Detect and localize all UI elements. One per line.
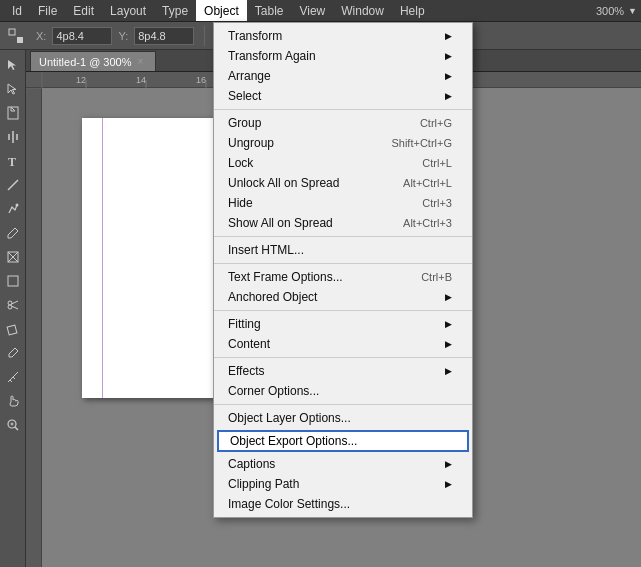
zoom-dropdown-arrow[interactable]: ▼: [628, 6, 637, 16]
menu-sep-1: [214, 109, 472, 110]
svg-rect-13: [8, 276, 18, 286]
menu-anchored-object[interactable]: Anchored Object: [214, 287, 472, 307]
menubar-id[interactable]: Id: [4, 0, 30, 21]
svg-text:T: T: [8, 155, 16, 168]
measure-tool[interactable]: [2, 366, 24, 388]
svg-point-14: [8, 301, 12, 305]
y-input[interactable]: [134, 27, 194, 45]
menu-insert-html[interactable]: Insert HTML...: [214, 240, 472, 260]
page-guide-line: [102, 118, 103, 398]
svg-text:12: 12: [76, 75, 86, 85]
menu-show-all[interactable]: Show All on Spread Alt+Ctrl+3: [214, 213, 472, 233]
page-tool[interactable]: [2, 102, 24, 124]
menu-ungroup[interactable]: Ungroup Shift+Ctrl+G: [214, 133, 472, 153]
menu-object-layer-options[interactable]: Object Layer Options...: [214, 408, 472, 428]
pencil-tool[interactable]: [2, 222, 24, 244]
svg-line-16: [11, 301, 18, 304]
menu-lock[interactable]: Lock Ctrl+L: [214, 153, 472, 173]
menu-transform[interactable]: Transform: [214, 26, 472, 46]
menu-sep-3: [214, 263, 472, 264]
menu-text-frame-options[interactable]: Text Frame Options... Ctrl+B: [214, 267, 472, 287]
menubar-layout[interactable]: Layout: [102, 0, 154, 21]
menubar: Id File Edit Layout Type Object Table Vi…: [0, 0, 641, 22]
menu-image-color-settings[interactable]: Image Color Settings...: [214, 494, 472, 514]
object-dropdown-menu: Transform Transform Again Arrange Select…: [213, 22, 473, 518]
svg-line-23: [15, 427, 18, 430]
x-input[interactable]: [52, 27, 112, 45]
svg-point-8: [15, 204, 18, 207]
pen-tool[interactable]: [2, 198, 24, 220]
menu-sep-6: [214, 404, 472, 405]
svg-line-9: [15, 228, 18, 231]
menu-effects[interactable]: Effects: [214, 361, 472, 381]
menu-sep-5: [214, 357, 472, 358]
toolbar-sep-1: [204, 26, 205, 46]
ruler-left: [26, 88, 42, 567]
svg-line-21: [13, 377, 15, 379]
svg-rect-1: [17, 37, 23, 43]
frame-rect-tool[interactable]: [2, 246, 24, 268]
line-tool[interactable]: [2, 174, 24, 196]
menu-select[interactable]: Select: [214, 86, 472, 106]
menu-captions[interactable]: Captions: [214, 454, 472, 474]
rect-tool[interactable]: [2, 270, 24, 292]
menubar-help[interactable]: Help: [392, 0, 433, 21]
document-tab[interactable]: Untitled-1 @ 300% ×: [30, 51, 156, 71]
menu-fitting[interactable]: Fitting: [214, 314, 472, 334]
menu-group[interactable]: Group Ctrl+G: [214, 113, 472, 133]
svg-line-17: [11, 306, 18, 309]
tab-label: Untitled-1 @ 300%: [39, 56, 132, 68]
free-transform-tool[interactable]: [2, 318, 24, 340]
menubar-view[interactable]: View: [291, 0, 333, 21]
transform-icon: [6, 26, 26, 46]
direct-select-tool[interactable]: [2, 78, 24, 100]
select-tool[interactable]: [2, 54, 24, 76]
x-label: X:: [36, 30, 46, 42]
hand-tool[interactable]: [2, 390, 24, 412]
svg-line-7: [8, 180, 18, 190]
menu-hide[interactable]: Hide Ctrl+3: [214, 193, 472, 213]
tools-panel: T: [0, 50, 26, 567]
svg-point-15: [8, 305, 12, 309]
scissors-tool[interactable]: [2, 294, 24, 316]
eyedropper-tool[interactable]: [2, 342, 24, 364]
menu-corner-options[interactable]: Corner Options...: [214, 381, 472, 401]
svg-text:16: 16: [196, 75, 206, 85]
type-tool[interactable]: T: [2, 150, 24, 172]
menu-content[interactable]: Content: [214, 334, 472, 354]
menubar-type[interactable]: Type: [154, 0, 196, 21]
zoom-display: 300%: [596, 5, 624, 17]
menubar-table[interactable]: Table: [247, 0, 292, 21]
menubar-edit[interactable]: Edit: [65, 0, 102, 21]
menu-arrange[interactable]: Arrange: [214, 66, 472, 86]
menubar-object[interactable]: Object: [196, 0, 247, 21]
menu-clipping-path[interactable]: Clipping Path: [214, 474, 472, 494]
menu-object-export-options[interactable]: Object Export Options...: [217, 430, 469, 452]
gap-tool[interactable]: [2, 126, 24, 148]
svg-text:14: 14: [136, 75, 146, 85]
menu-unlock-all[interactable]: Unlock All on Spread Alt+Ctrl+L: [214, 173, 472, 193]
menubar-window[interactable]: Window: [333, 0, 392, 21]
menu-transform-again[interactable]: Transform Again: [214, 46, 472, 66]
svg-rect-18: [7, 325, 17, 335]
zoom-tool[interactable]: [2, 414, 24, 436]
menubar-file[interactable]: File: [30, 0, 65, 21]
svg-line-20: [10, 380, 12, 382]
menu-sep-4: [214, 310, 472, 311]
y-label: Y:: [118, 30, 128, 42]
menu-sep-2: [214, 236, 472, 237]
svg-rect-0: [9, 29, 15, 35]
tab-close-button[interactable]: ×: [138, 56, 144, 67]
